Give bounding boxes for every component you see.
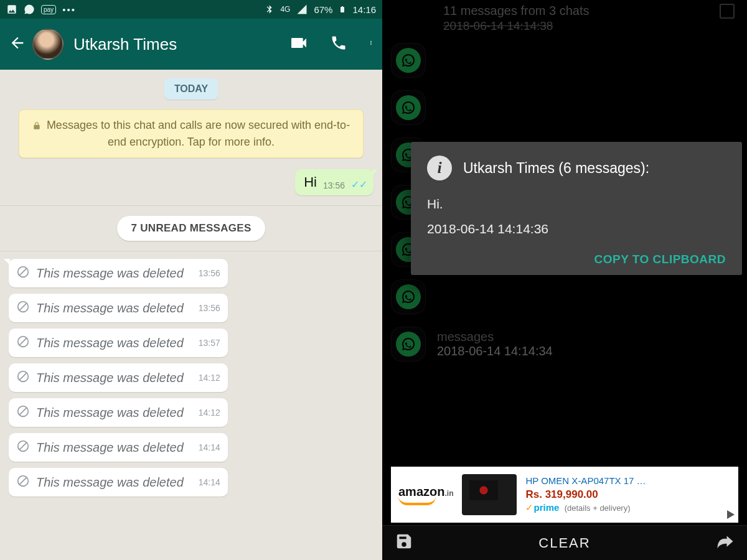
info-icon: i	[427, 156, 452, 180]
date-chip: TODAY	[164, 78, 218, 100]
clear-button[interactable]: CLEAR	[538, 535, 590, 551]
signal-icon	[296, 4, 308, 15]
voice-call-button[interactable]	[330, 34, 347, 54]
notification-log-screen: 11 messages from 3 chats 2018-06-14 14:1…	[382, 0, 747, 560]
encryption-text: Messages to this chat and calls are now …	[47, 119, 350, 148]
message-time: 14:12	[199, 373, 220, 383]
android-status-bar: pay ••• 4G 67% 14:16	[0, 0, 382, 19]
ad-product-title: HP OMEN X-AP047TX 17 …	[525, 475, 646, 487]
whatsapp-status-icon	[24, 4, 35, 15]
copy-to-clipboard-button[interactable]: COPY TO CLIPBOARD	[594, 253, 726, 266]
ad-play-icon	[727, 510, 735, 519]
battery-percent: 67%	[314, 4, 332, 15]
message-time: 13:56	[199, 303, 220, 313]
log-row[interactable]	[382, 273, 747, 320]
ad-brand: amazon.in	[398, 485, 453, 499]
message-time: 13:56	[199, 268, 220, 278]
log-row-timestamp: 2018-06-14 14:14:34	[437, 344, 553, 358]
dialog-line-2: 2018-06-14 14:14:36	[427, 217, 726, 241]
svg-point-2	[370, 44, 372, 45]
outgoing-message[interactable]: Hi 13:56 ✓✓	[295, 169, 374, 195]
blocked-icon	[16, 439, 30, 455]
whatsapp-app-icon	[391, 279, 426, 314]
svg-point-1	[370, 42, 372, 44]
deleted-text: This message was deleted	[36, 301, 184, 315]
deleted-text: This message was deleted	[36, 266, 184, 281]
ad-product-image	[462, 474, 517, 515]
message-time: 14:14	[199, 477, 220, 487]
blocked-icon	[16, 335, 30, 351]
more-notifications-icon: •••	[62, 4, 76, 15]
lock-icon	[32, 119, 41, 134]
back-button[interactable]	[9, 34, 26, 54]
overflow-menu-button[interactable]	[369, 34, 374, 54]
bluetooth-icon	[264, 4, 274, 14]
log-row[interactable]	[382, 84, 747, 131]
deleted-text: This message was deleted	[36, 475, 184, 490]
incoming-deleted-message[interactable]: This message was deleted 14:12	[9, 363, 228, 392]
unread-divider: 7 UNREAD MESSAGES	[0, 205, 382, 251]
message-text: Hi	[304, 174, 317, 190]
incoming-deleted-message[interactable]: This message was deleted 14:12	[9, 398, 228, 427]
message-time: 14:12	[199, 408, 220, 418]
contact-avatar[interactable]	[32, 29, 63, 60]
dialog-title: Utkarsh Times (6 messages):	[463, 160, 649, 177]
incoming-deleted-message[interactable]: This message was deleted 13:56	[9, 259, 228, 287]
log-row-extra: messages	[437, 330, 553, 344]
bottom-action-bar: CLEAR	[382, 525, 747, 560]
save-icon[interactable]	[395, 532, 413, 554]
gallery-icon	[6, 4, 17, 15]
unread-count-pill: 7 UNREAD MESSAGES	[117, 216, 265, 241]
whatsapp-app-icon	[391, 90, 426, 125]
log-row[interactable]: messages2018-06-14 14:14:34	[382, 320, 747, 368]
ad-details: (details + delivery)	[565, 503, 631, 513]
incoming-deleted-message[interactable]: This message was deleted 13:57	[9, 329, 228, 357]
pay-icon: pay	[41, 5, 56, 14]
deleted-text: This message was deleted	[36, 441, 184, 455]
dialog-line-1: Hi.	[427, 192, 726, 217]
ad-price: Rs. 319,990.00	[525, 488, 646, 502]
read-ticks-icon: ✓✓	[351, 179, 367, 190]
message-time: 13:57	[199, 338, 220, 348]
ad-prime-badge: prime	[533, 502, 559, 513]
blocked-icon	[16, 265, 30, 281]
svg-point-0	[370, 41, 372, 42]
encryption-banner[interactable]: Messages to this chat and calls are now …	[19, 110, 364, 158]
video-call-button[interactable]	[289, 33, 309, 55]
deleted-text: This message was deleted	[36, 406, 184, 420]
incoming-deleted-message[interactable]: This message was deleted 14:14	[9, 433, 228, 462]
deleted-text: This message was deleted	[36, 371, 184, 385]
blocked-icon	[16, 300, 30, 316]
clock: 14:16	[352, 4, 376, 15]
battery-icon	[339, 4, 346, 15]
message-time: 13:56	[323, 180, 345, 190]
blocked-icon	[16, 474, 30, 490]
incoming-deleted-message[interactable]: This message was deleted 14:14	[9, 468, 228, 497]
deleted-text: This message was deleted	[36, 336, 184, 350]
blocked-icon	[16, 404, 30, 421]
log-summary: 11 messages from 3 chats	[382, 0, 747, 19]
log-summary-timestamp: 2018-06-14 14:14:38	[382, 19, 747, 37]
incoming-deleted-message[interactable]: This message was deleted 13:56	[9, 294, 228, 322]
message-preview-dialog: i Utkarsh Times (6 messages): Hi. 2018-0…	[411, 142, 742, 275]
whatsapp-app-icon	[391, 327, 426, 362]
whatsapp-chat-screen: pay ••• 4G 67% 14:16 Utkarsh Times TODAY…	[0, 0, 382, 560]
share-icon[interactable]	[716, 532, 735, 554]
select-checkbox[interactable]	[720, 4, 735, 19]
chat-app-bar: Utkarsh Times	[0, 19, 382, 70]
log-row[interactable]	[382, 37, 747, 84]
amazon-ad-banner[interactable]: amazon.in HP OMEN X-AP047TX 17 … Rs. 319…	[391, 467, 738, 523]
message-time: 14:14	[199, 442, 220, 452]
whatsapp-app-icon	[391, 43, 426, 78]
chat-body[interactable]: TODAY Messages to this chat and calls ar…	[0, 70, 382, 560]
network-type: 4G	[280, 5, 290, 14]
blocked-icon	[16, 370, 30, 386]
contact-name[interactable]: Utkarsh Times	[73, 35, 279, 54]
